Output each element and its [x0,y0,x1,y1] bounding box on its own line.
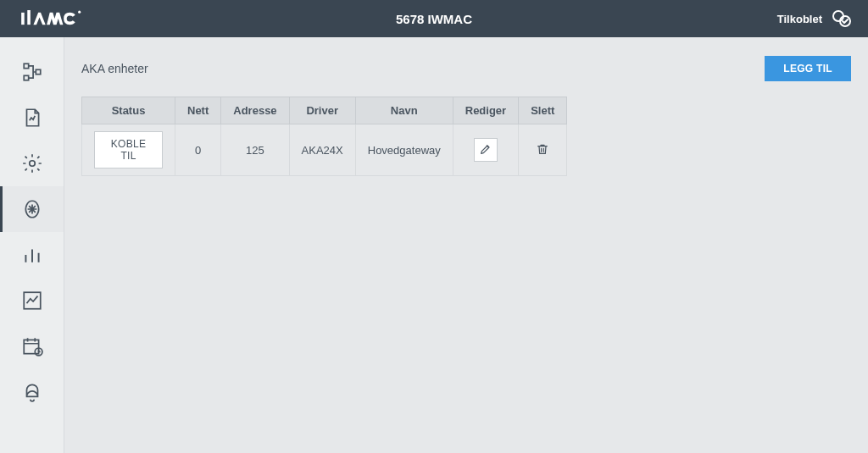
cell-adresse: 125 [221,124,289,176]
col-slett: Slett [519,97,567,124]
svg-rect-9 [36,69,40,74]
sidebar-item-alerts[interactable] [0,369,64,415]
trash-icon [536,142,549,158]
page-title: AKA enheter [81,62,148,75]
header-right: Tilkoblet [777,9,853,28]
sidebar-item-trends[interactable] [0,278,64,323]
svg-rect-8 [24,75,28,80]
page-header-title: 5678 IWMAC [396,12,472,26]
cell-delete [519,124,567,176]
table-row: KOBLE TIL 0 125 AKA24X Hovedgateway [82,124,567,176]
main-content: AKA enheter LEGG TIL Status Nett Adresse… [64,37,868,453]
table-header-row: Status Nett Adresse Driver Navn Rediger … [82,97,567,124]
cell-edit [453,124,518,176]
brand-logo [15,10,100,27]
col-status: Status [82,97,175,124]
col-driver: Driver [289,97,355,124]
svg-point-4 [78,11,81,14]
sidebar-item-cooling[interactable] [0,186,64,232]
svg-rect-0 [21,13,25,25]
connection-status-icon [831,9,853,28]
sidebar-item-schedule[interactable] [0,323,64,369]
page-head: AKA enheter LEGG TIL [81,56,851,81]
sidebar [0,37,64,453]
connect-button[interactable]: KOBLE TIL [94,131,163,168]
svg-rect-12 [24,340,38,353]
sidebar-item-topology[interactable] [0,49,64,95]
pencil-icon [479,142,492,158]
svg-marker-3 [47,13,63,25]
delete-button[interactable] [531,138,554,162]
connection-status-label: Tilkoblet [777,13,822,25]
svg-rect-7 [24,64,28,68]
svg-marker-2 [33,13,45,25]
devices-table: Status Nett Adresse Driver Navn Rediger … [81,97,567,176]
col-nett: Nett [175,97,221,124]
edit-button[interactable] [474,138,498,162]
svg-point-5 [833,11,843,21]
col-adresse: Adresse [221,97,289,124]
cell-status: KOBLE TIL [82,124,175,176]
svg-rect-1 [27,10,31,25]
add-button[interactable]: LEGG TIL [765,56,851,81]
sidebar-item-reports[interactable] [0,95,64,141]
sidebar-item-settings[interactable] [0,141,64,186]
app-header: 5678 IWMAC Tilkoblet [0,0,868,37]
svg-point-10 [29,161,35,167]
cell-nett: 0 [175,124,221,176]
cell-navn: Hovedgateway [355,124,453,176]
col-rediger: Rediger [453,97,518,124]
cell-driver: AKA24X [289,124,355,176]
sidebar-item-statistics[interactable] [0,232,64,278]
col-navn: Navn [355,97,453,124]
